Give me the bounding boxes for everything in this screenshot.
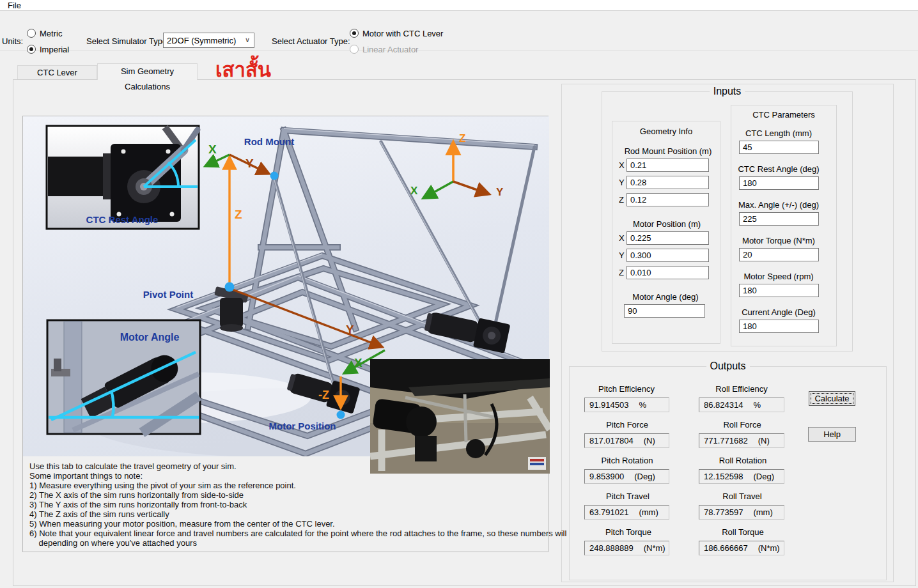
ctc-rest-angle-label: CTC Rest Angle (deg) <box>738 164 819 174</box>
triad-z-label: Z <box>459 132 465 144</box>
menu-file[interactable]: File <box>5 1 24 10</box>
actuator-type-label: Select Actuator Type: <box>272 36 350 46</box>
motor-angle-title: Motor Angle (deg) <box>632 292 698 302</box>
motor-pos-x-label: X <box>619 233 625 243</box>
units-metric-label[interactable]: Metric <box>40 29 62 38</box>
pitch-travel-label: Pitch Travel <box>606 491 650 501</box>
actuator-motor-radio[interactable] <box>350 29 359 38</box>
pitch-torque-field: 248.888889(N*m) <box>584 541 669 555</box>
units-metric-radio[interactable] <box>27 29 36 38</box>
ctc-rest-angle-inset: CTC Rest Angle <box>47 126 199 229</box>
pitch-travel-field: 63.791021(mm) <box>584 505 669 520</box>
motor-pos-y-label: Y <box>619 251 625 260</box>
ctc-rest-angle-input[interactable]: 180 <box>739 176 819 190</box>
tab-sim-geometry-calculations[interactable]: Sim Geometry Calculations <box>97 63 198 80</box>
pivot-point-marker <box>225 282 235 292</box>
roll-travel-label: Roll Travel <box>722 491 761 501</box>
pitch-force-label: Pitch Force <box>606 420 648 429</box>
motor-speed-label: Motor Speed (rpm) <box>743 272 813 281</box>
current-angle-input[interactable]: 180 <box>739 320 819 333</box>
actuator-linear-label: Linear Actuator <box>362 45 418 54</box>
rod-mount-position-title: Rod Mount Position (m) <box>625 146 712 156</box>
motor-pos-z-input[interactable]: 0.010 <box>626 266 709 279</box>
photo-watermark <box>528 457 546 470</box>
instruction-line: 6) Note that your equivalent linear forc… <box>29 529 544 538</box>
rod-mount-point <box>270 172 279 180</box>
triad-x-label: X <box>410 185 418 197</box>
instruction-line: 3) The Y axis of the sim runs horizontal… <box>29 500 544 509</box>
pitch-torque-label: Pitch Torque <box>605 527 651 537</box>
outputs-group: Outputs Pitch Efficiency 91.914503% Roll… <box>569 366 887 580</box>
roll-force-label: Roll Force <box>723 420 761 429</box>
tab-ctc-lever-calculations[interactable]: CTC Lever Calculations <box>17 65 97 79</box>
toolbar: Units: Metric Imperial Select Simulator … <box>0 12 918 50</box>
rod-mount-y-label: Y <box>619 178 625 187</box>
roll-rotation-label: Roll Rotation <box>719 456 766 465</box>
motor-pos-z-label: Z <box>619 268 624 277</box>
instruction-line: 5) When measuring your motor position, m… <box>29 519 544 529</box>
motor-angle-inset: Motor Angle <box>47 320 200 434</box>
roll-travel-field: 78.773597(mm) <box>699 505 784 520</box>
roll-efficiency-label: Roll Efficiency <box>715 384 767 394</box>
actuator-linear-radio <box>350 45 359 54</box>
rig-photo-inset <box>370 359 550 474</box>
simulator-type-label: Select Simulator Type: <box>86 36 169 46</box>
simulator-type-value: 2DOF (Symmetric) <box>167 36 236 45</box>
motor-pos-y-input[interactable]: 0.300 <box>626 249 709 262</box>
motor-angle-input[interactable]: 90 <box>624 304 705 318</box>
motor-position-point <box>337 411 345 419</box>
rod-mount-label: Rod Mount <box>244 136 294 147</box>
roll-force-field: 771.771682(N) <box>699 433 784 448</box>
sim-geometry-diagram: X Y Z Y X -Z Z X Y <box>22 116 548 552</box>
rod-mount-z-label: Z <box>619 195 624 205</box>
actuator-motor-label[interactable]: Motor with CTC Lever <box>362 29 443 38</box>
geometry-info-group: Geometry Info Rod Mount Position (m) X 0… <box>612 121 720 344</box>
roll-torque-field: 186.666667(N*m) <box>699 541 784 555</box>
motor-torque-label: Motor Torque (N*m) <box>742 236 815 245</box>
chevron-down-icon: ∨ <box>245 36 250 44</box>
axis-x-bottom-label: X <box>354 356 362 369</box>
pitch-efficiency-field: 91.914503% <box>584 398 669 412</box>
units-imperial-label[interactable]: Imperial <box>40 45 69 54</box>
ctc-length-input[interactable]: 45 <box>739 141 819 154</box>
axis-y-top-label: Y <box>245 157 254 170</box>
rod-mount-z-input[interactable]: 0.12 <box>626 193 709 206</box>
ctc-length-label: CTC Length (mm) <box>745 128 812 138</box>
axis-negz-label: -Z <box>318 389 329 401</box>
pitch-rotation-field: 9.853900(Deg) <box>584 469 669 484</box>
outputs-title: Outputs <box>706 360 749 372</box>
instruction-line: 1) Measure everything using the pivot of… <box>29 481 544 490</box>
roll-rotation-field: 12.152598(Deg) <box>699 469 784 484</box>
axis-x-top-label: X <box>208 143 217 156</box>
app-window: File Units: Metric Imperial Select Simul… <box>0 0 918 588</box>
pitch-rotation-label: Pitch Rotation <box>602 456 653 465</box>
help-button[interactable]: Help <box>808 427 856 442</box>
simulator-type-select[interactable]: 2DOF (Symmetric) ∨ <box>163 33 254 48</box>
geometry-info-title: Geometry Info <box>612 127 720 136</box>
pitch-force-field: 817.017804(N) <box>584 433 669 448</box>
pitch-efficiency-label: Pitch Efficiency <box>598 384 655 394</box>
calculate-button[interactable]: Calculate <box>809 391 855 406</box>
instruction-line: depending on where you've attached yours <box>29 538 544 548</box>
rod-mount-x-input[interactable]: 0.21 <box>626 159 709 172</box>
pivot-point-label: Pivot Point <box>143 289 193 300</box>
max-angle-input[interactable]: 225 <box>739 212 819 226</box>
motor-torque-input[interactable]: 20 <box>739 248 819 261</box>
menu-bar: File <box>0 0 918 11</box>
triad-y-label: Y <box>496 186 504 198</box>
axis-z-top-label: Z <box>235 208 242 221</box>
red-annotation-heading: เสาสั้น <box>215 54 271 86</box>
motor-pos-x-input[interactable]: 0.225 <box>626 231 709 245</box>
instructions-text: Use this tab to calculate the travel geo… <box>29 461 544 548</box>
roll-efficiency-field: 86.824314% <box>699 398 784 412</box>
rod-mount-y-input[interactable]: 0.28 <box>626 176 709 189</box>
instruction-line: 4) The Z axis of the sim runs vertically <box>29 509 544 519</box>
rod-mount-x-label: X <box>619 160 625 170</box>
motor-position-title: Motor Position (m) <box>633 219 701 229</box>
current-angle-label: Current Angle (Deg) <box>742 307 816 317</box>
units-label: Units: <box>2 36 23 46</box>
units-imperial-radio[interactable] <box>27 45 36 54</box>
motor-speed-input[interactable]: 180 <box>739 284 819 297</box>
ctc-parameters-title: CTC Parameters <box>731 110 836 120</box>
inputs-group: Inputs Geometry Info Rod Mount Position … <box>602 91 853 352</box>
